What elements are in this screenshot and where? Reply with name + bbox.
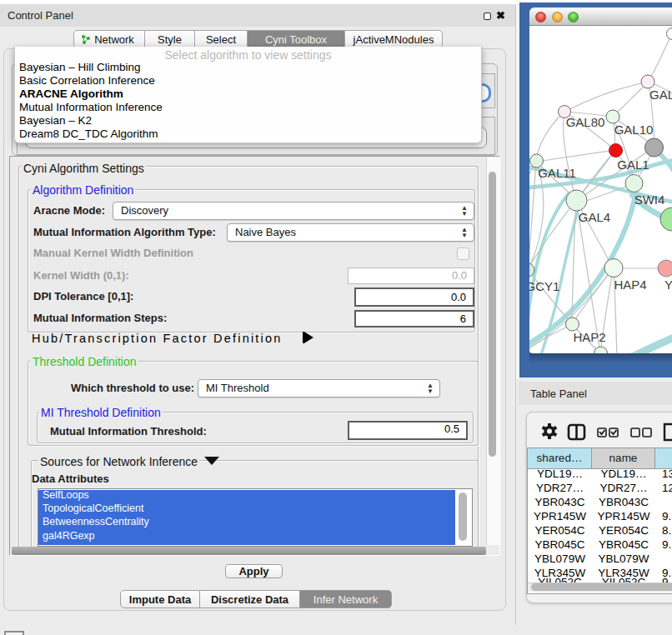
- svg-text:GAL2: GAL2: [649, 88, 672, 102]
- svg-text:GAL4: GAL4: [579, 210, 610, 224]
- svg-text:GAL80: GAL80: [566, 115, 605, 129]
- svg-text:SWI4: SWI4: [634, 192, 665, 207]
- svg-text:GAL1: GAL1: [617, 158, 649, 172]
- svg-text:Y: Y: [664, 278, 672, 292]
- svg-text:GAL11: GAL11: [538, 166, 576, 180]
- svg-text:GAL10: GAL10: [614, 122, 654, 137]
- svg-text:HAP2: HAP2: [573, 330, 605, 344]
- svg-text:GCY1: GCY1: [529, 279, 559, 293]
- svg-text:HAP4: HAP4: [614, 278, 646, 292]
